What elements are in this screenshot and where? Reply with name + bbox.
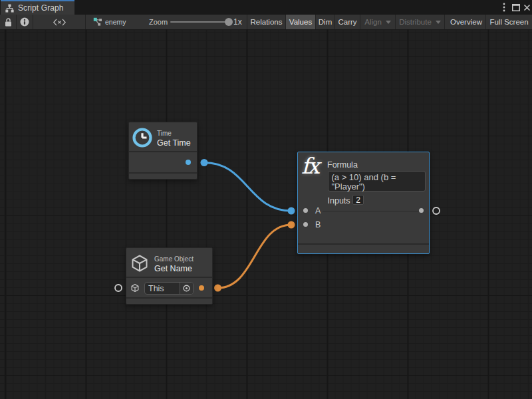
formula-expression-line2: "Player") (332, 182, 425, 192)
relations-button-label: Relations (251, 18, 283, 26)
dim-button-label: Dim (319, 18, 332, 26)
values-button[interactable]: Values (286, 15, 315, 29)
formula-inputs-value: 2 (356, 196, 360, 205)
zoom-value: 1x (233, 17, 242, 27)
code-preview-button[interactable] (33, 15, 85, 29)
overview-button[interactable]: Overview (447, 15, 485, 29)
values-button-label: Values (289, 18, 312, 26)
formula-port-a[interactable] (303, 208, 308, 213)
lock-button[interactable] (0, 15, 16, 29)
relations-button[interactable]: Relations (247, 15, 285, 29)
object-picker-icon (183, 285, 190, 292)
lock-icon (5, 18, 12, 27)
edge-dot-gettime-output[interactable] (201, 159, 208, 166)
info-button[interactable] (17, 15, 33, 29)
cube-icon (130, 253, 150, 273)
window-menu-button[interactable] (499, 0, 509, 15)
node-get-time[interactable]: Time Get Time (128, 122, 198, 180)
toolbar-separator (85, 15, 86, 29)
edge-dot-getname-output[interactable] (214, 285, 221, 292)
get-time-category: Time (157, 130, 191, 138)
tab-script-graph[interactable]: Script Graph (1, 0, 74, 15)
carry-button[interactable]: Carry (335, 15, 360, 29)
window-close-button[interactable] (521, 0, 532, 15)
fx-icon: fx (301, 153, 331, 182)
dropdown-arrow-icon (436, 21, 441, 24)
get-name-output-port[interactable] (199, 285, 204, 291)
script-graph-window: Script Graph (0, 0, 532, 399)
port-stub-getname-target-input[interactable] (115, 285, 122, 291)
get-time-output-port[interactable] (186, 160, 191, 165)
relation-line-a (323, 211, 419, 211)
get-time-footer (129, 174, 197, 180)
edge-dot-formula-a-input[interactable] (288, 207, 295, 215)
toolbar-separator (444, 15, 445, 29)
info-icon (20, 17, 29, 27)
formula-expression-line1: (a > 10) and (b = (332, 173, 425, 182)
get-time-title: Get Time (157, 138, 191, 148)
close-icon (523, 4, 531, 11)
formula-inputs-label: Inputs (328, 196, 350, 205)
edge-getname-to-formula-b[interactable] (218, 225, 292, 288)
zoom-slider-thumb[interactable] (225, 18, 233, 26)
tab-label: Script Graph (18, 3, 64, 13)
window-maximize-button[interactable] (511, 0, 521, 15)
clock-icon (132, 128, 152, 148)
distribute-button[interactable]: Distribute (396, 15, 444, 29)
tab-bar: Script Graph (0, 0, 532, 15)
get-time-header: Time Get Time (129, 122, 197, 151)
object-picker-button[interactable] (180, 283, 193, 294)
node-get-name[interactable]: Game Object Get Name This (126, 247, 213, 305)
connection-edges (0, 29, 532, 399)
align-button-label: Align (364, 18, 382, 26)
formula-output-port[interactable] (419, 208, 424, 213)
dim-button[interactable]: Dim (316, 15, 334, 29)
formula-port-b-label: B (315, 220, 321, 229)
small-cube-icon (130, 283, 140, 293)
script-graph-asset-icon (93, 17, 102, 27)
get-time-body (129, 152, 197, 172)
target-object-field[interactable]: This (144, 282, 194, 295)
get-name-body: This (126, 278, 212, 297)
edge-dot-formula-b-input[interactable] (288, 221, 295, 229)
get-name-category: Game Object (154, 255, 194, 263)
zoom-label: Zoom (149, 18, 168, 26)
code-preview-icon (53, 19, 66, 26)
get-name-footer (126, 299, 212, 305)
align-button[interactable]: Align (360, 15, 395, 29)
node-divider (298, 243, 429, 245)
get-name-title: Get Name (154, 263, 194, 274)
graph-canvas[interactable]: Time Get Time fx Formula (a > 10) and (b… (0, 29, 532, 399)
get-name-header: Game Object Get Name (126, 248, 212, 277)
carry-button-label: Carry (338, 18, 356, 26)
formula-inputs-count-input[interactable]: 2 (352, 195, 364, 205)
formula-title: Formula (327, 160, 358, 170)
target-object-value: This (145, 284, 180, 293)
formula-expression-input[interactable]: (a > 10) and (b = "Player") (328, 171, 426, 192)
zoom-slider-track[interactable] (170, 21, 230, 23)
formula-port-b[interactable] (303, 222, 308, 227)
graph-asset-breadcrumb[interactable]: enemy (93, 15, 130, 29)
fullscreen-button-label: Full Screen (489, 18, 528, 26)
edge-gettime-to-formula-a[interactable] (204, 163, 291, 211)
overview-button-label: Overview (450, 18, 482, 26)
dropdown-arrow-icon (386, 21, 391, 24)
kebab-menu-icon (503, 3, 505, 12)
graph-asset-name: enemy (105, 18, 126, 26)
port-stub-formula-output[interactable] (433, 207, 440, 214)
distribute-button-label: Distribute (399, 18, 432, 26)
graph-toolbar: enemy Zoom 1x Relations Values Dim Carry… (0, 15, 532, 29)
formula-port-a-label: A (315, 206, 321, 215)
maximize-icon (512, 4, 520, 11)
fullscreen-button[interactable]: Full Screen (486, 15, 532, 29)
node-formula[interactable]: fx Formula (a > 10) and (b = "Player") I… (297, 152, 430, 254)
script-graph-tab-icon (5, 4, 14, 13)
